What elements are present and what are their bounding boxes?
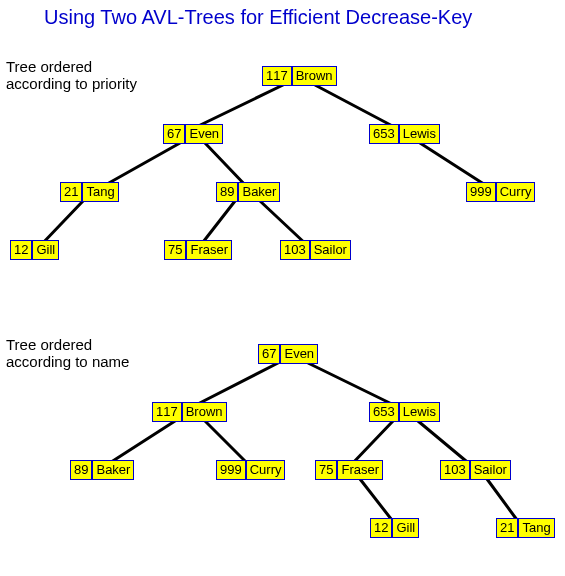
tree-node: 103 Sailor xyxy=(440,460,511,480)
page-title: Using Two AVL-Trees for Efficient Decrea… xyxy=(44,6,472,29)
tree-node: 12 Gill xyxy=(10,240,59,260)
node-key: 653 xyxy=(369,124,399,144)
node-value: Sailor xyxy=(310,240,351,260)
tree-node: 67 Even xyxy=(163,124,223,144)
tree-node: 653 Lewis xyxy=(369,402,440,422)
node-value: Lewis xyxy=(399,124,440,144)
node-key: 89 xyxy=(216,182,238,202)
node-key: 999 xyxy=(466,182,496,202)
tree-node: 67 Even xyxy=(258,344,318,364)
node-key: 67 xyxy=(258,344,280,364)
node-value: Even xyxy=(185,124,223,144)
node-value: Baker xyxy=(92,460,134,480)
node-value: Even xyxy=(280,344,318,364)
tree-node: 999 Curry xyxy=(466,182,535,202)
node-value: Tang xyxy=(82,182,118,202)
node-key: 999 xyxy=(216,460,246,480)
node-value: Fraser xyxy=(337,460,383,480)
node-key: 75 xyxy=(315,460,337,480)
node-value: Gill xyxy=(32,240,59,260)
tree-node: 89 Baker xyxy=(70,460,134,480)
tree-node: 653 Lewis xyxy=(369,124,440,144)
node-key: 117 xyxy=(262,66,292,86)
tree-node: 75 Fraser xyxy=(164,240,232,260)
node-value: Curry xyxy=(496,182,536,202)
node-value: Sailor xyxy=(470,460,511,480)
caption-name: Tree ordered according to name xyxy=(6,336,129,371)
tree-node: 12 Gill xyxy=(370,518,419,538)
node-value: Lewis xyxy=(399,402,440,422)
node-value: Brown xyxy=(292,66,337,86)
tree-node: 999 Curry xyxy=(216,460,285,480)
tree-node: 117 Brown xyxy=(152,402,227,422)
tree-node: 21 Tang xyxy=(496,518,555,538)
tree-node: 75 Fraser xyxy=(315,460,383,480)
node-key: 103 xyxy=(440,460,470,480)
node-key: 12 xyxy=(10,240,32,260)
tree-node: 89 Baker xyxy=(216,182,280,202)
tree-node: 21 Tang xyxy=(60,182,119,202)
node-key: 89 xyxy=(70,460,92,480)
caption-priority: Tree ordered according to priority xyxy=(6,58,137,93)
node-value: Baker xyxy=(238,182,280,202)
tree-node: 117 Brown xyxy=(262,66,337,86)
node-value: Gill xyxy=(392,518,419,538)
tree-node: 103 Sailor xyxy=(280,240,351,260)
node-key: 21 xyxy=(496,518,518,538)
node-key: 117 xyxy=(152,402,182,422)
node-key: 21 xyxy=(60,182,82,202)
node-value: Tang xyxy=(518,518,554,538)
node-value: Brown xyxy=(182,402,227,422)
node-key: 75 xyxy=(164,240,186,260)
node-key: 653 xyxy=(369,402,399,422)
node-value: Curry xyxy=(246,460,286,480)
node-value: Fraser xyxy=(186,240,232,260)
node-key: 103 xyxy=(280,240,310,260)
diagram-canvas: Using Two AVL-Trees for Efficient Decrea… xyxy=(0,0,565,576)
node-key: 12 xyxy=(370,518,392,538)
node-key: 67 xyxy=(163,124,185,144)
